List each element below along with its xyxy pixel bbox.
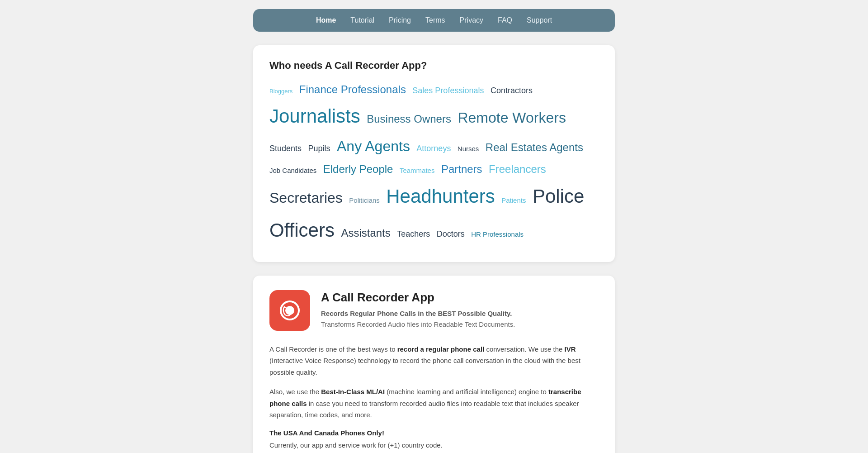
tag-item: Contractors [491, 86, 533, 95]
tag-item: Any Agents [337, 138, 410, 154]
nav-pricing[interactable]: Pricing [389, 16, 411, 24]
nav-privacy[interactable]: Privacy [460, 16, 483, 24]
nav-bar: Home Tutorial Pricing Terms Privacy FAQ … [253, 9, 615, 32]
tag-item: Remote Workers [458, 110, 566, 126]
tag-item: HR Professionals [471, 230, 524, 238]
tag-item: Elderly People [323, 163, 393, 175]
subtitle-line2: Transforms Recorded Audio files into Rea… [321, 320, 515, 328]
app-title-block: A Call Recorder App Records Regular Phon… [321, 291, 515, 330]
subtitle-line1: Records Regular Phone Calls in the BEST … [321, 310, 512, 317]
para1: A Call Recorder is one of the best ways … [269, 343, 599, 378]
tag-item: Students [269, 144, 302, 153]
tag-item: Teachers [397, 229, 430, 238]
app-subtitle: Records Regular Phone Calls in the BEST … [321, 308, 515, 330]
page-wrapper: Home Tutorial Pricing Terms Privacy FAQ … [0, 0, 868, 453]
heading3: The USA And Canada Phones Only! [269, 429, 599, 437]
nav-home[interactable]: Home [316, 16, 336, 24]
nav-support[interactable]: Support [527, 16, 552, 24]
tag-item: Doctors [437, 229, 465, 238]
who-needs-title: Who needs A Call Recorder App? [269, 60, 599, 72]
tag-item: Assistants [341, 227, 390, 239]
para3: Currently, our app and service work for … [269, 439, 599, 451]
app-header: A Call Recorder App Records Regular Phon… [269, 290, 599, 331]
tag-item: Sales Professionals [412, 86, 484, 95]
app-section-card: A Call Recorder App Records Regular Phon… [253, 276, 615, 453]
app-icon [269, 290, 310, 331]
tag-item: Teammates [400, 167, 435, 174]
tag-item: Freelancers [489, 163, 546, 175]
tag-item: Business Owners [367, 113, 451, 125]
nav-faq[interactable]: FAQ [498, 16, 512, 24]
nav-terms[interactable]: Terms [425, 16, 445, 24]
app-title: A Call Recorder App [321, 291, 515, 305]
para2: Also, we use the Best-In-Class ML/AI (ma… [269, 386, 599, 421]
tag-item: Patients [501, 196, 526, 204]
tag-item: Headhunters [386, 186, 495, 207]
tag-item: Politicians [349, 196, 380, 204]
nav-tutorial[interactable]: Tutorial [350, 16, 374, 24]
tag-item: Journalists [269, 105, 360, 127]
tag-item: Bloggers [269, 88, 292, 95]
tag-item: Finance Professionals [299, 83, 406, 95]
tag-cloud: Bloggers Finance Professionals Sales Pro… [269, 80, 599, 248]
tag-item: Partners [441, 163, 482, 175]
tag-item: Secretaries [269, 190, 343, 206]
tag-item: Real Estates Agents [486, 141, 583, 153]
who-needs-card: Who needs A Call Recorder App? Bloggers … [253, 45, 615, 262]
tag-item: Pupils [308, 144, 330, 153]
tag-item: Job Candidates [269, 167, 316, 174]
tag-item: Nurses [458, 145, 479, 153]
tag-item: Attorneys [416, 144, 451, 153]
